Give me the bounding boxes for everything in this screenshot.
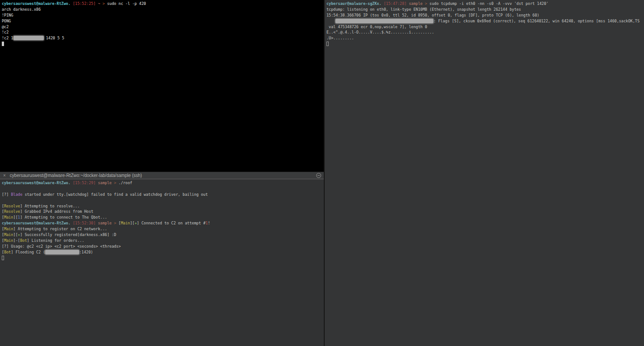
output-text: ] Flooding C2 ( bbox=[11, 250, 45, 254]
log-tag: Bot bbox=[20, 238, 27, 243]
terminal-line: [Resolve] Attempting to resolve... bbox=[2, 203, 324, 209]
prompt-arrow: > bbox=[102, 1, 107, 6]
redacted-ip bbox=[13, 36, 44, 40]
output-text: !c2 1 bbox=[2, 36, 13, 40]
prompt-timestamp: [15:52:30] bbox=[73, 221, 98, 225]
terminal-line: !PING bbox=[2, 13, 324, 18]
output-text: .U>......... bbox=[326, 36, 354, 40]
terminal-line: [Bot] Flooding C2 (:1420) bbox=[2, 249, 324, 255]
pane-title: cybersauruswest@malware-RtZwo:~/docker-l… bbox=[10, 173, 316, 178]
output-text: val 475348726 ecr 0,nop,wscale 7], lengt… bbox=[326, 25, 427, 29]
terminal-line-blank bbox=[2, 186, 324, 192]
prompt-host: cybersauruswest@malware-RtZwo. bbox=[2, 1, 73, 6]
prompt-host: cybersauruswest@malware-RtZwo. bbox=[2, 181, 73, 185]
prompt-path: sample bbox=[98, 181, 114, 185]
log-tag: Resolve bbox=[4, 209, 20, 214]
terminal-line: arch darkness.x86 bbox=[2, 7, 324, 13]
prompt-line: cybersauruswest@malware-RtZwo. [15:52:30… bbox=[2, 220, 324, 226]
prompt-timestamp: [15:52:25] bbox=[73, 1, 98, 6]
cursor-block-inactive bbox=[2, 256, 4, 260]
terminal-line: 15:54:38.366706 IP (tos 0x0, ttl 52, id … bbox=[326, 13, 644, 18]
terminal-line: [Resolve] Grabbed IPv4 address from Host bbox=[2, 209, 324, 215]
terminal-line: .U>......... bbox=[326, 35, 644, 41]
output-text: ] Grabbed IPv4 address from Host bbox=[20, 209, 93, 214]
output-text: [?] bbox=[2, 192, 11, 197]
pane-menu-icon[interactable] bbox=[316, 173, 321, 178]
output-text: !c2 bbox=[2, 30, 8, 34]
output-text: ][ bbox=[13, 232, 18, 237]
terminal-pane-nc-listener[interactable]: cybersauruswest@malware-RtZwo. [15:52:25… bbox=[0, 0, 324, 172]
command-text: ./roof bbox=[119, 181, 132, 185]
terminal-line: @c2 bbox=[2, 24, 324, 30]
output-text: 1420 5 5 bbox=[44, 36, 64, 40]
log-tag: Main bbox=[4, 232, 13, 237]
output-text: ][ bbox=[13, 215, 18, 219]
output-text: ] Attempting to connect to The Qbot... bbox=[20, 215, 107, 219]
pane-titlebar: × cybersauruswest@malware-RtZwo:~/docker… bbox=[0, 172, 324, 179]
output-text: arch darkness.x86 bbox=[2, 7, 41, 12]
command-text: sudo nc -l -p 420 bbox=[107, 1, 146, 6]
terminal-line: E..<".@.4..l-O.....V....$.%z........i...… bbox=[326, 30, 644, 35]
prompt-line: cybersaur@malware-sgZKx. [15:47:28] samp… bbox=[326, 1, 644, 7]
terminal-line: tcpdump: listening on eth0, link-type EN… bbox=[326, 7, 644, 13]
terminal-line: : Flags [S], cksum 0x69ed (correct), seq… bbox=[326, 18, 644, 24]
prompt-arrow: > bbox=[114, 181, 119, 185]
terminal-line: !c2 bbox=[2, 30, 324, 35]
prompt-arrow: > bbox=[425, 1, 429, 6]
terminal-pane-bot-sample[interactable]: cybersauruswest@malware-RtZwo. [15:52:29… bbox=[0, 179, 324, 346]
terminal-line: [Main][1] Attempting to connect to The Q… bbox=[2, 215, 324, 220]
output-text: @c2 bbox=[2, 25, 8, 29]
output-text: ]-[ bbox=[13, 238, 20, 243]
command-text: sudo tcpdump -i eth0 -nn -s0 -A -vvv 'ds… bbox=[429, 1, 548, 6]
terminal-line: !c2 1 1420 5 5 bbox=[2, 35, 324, 41]
output-text: !PING bbox=[2, 13, 13, 17]
output-text: E..<".@.4..l-O.....V....$.%z........i...… bbox=[326, 30, 434, 34]
output-text: started under tty.[watchdog] failed to f… bbox=[22, 192, 208, 197]
terminal-line bbox=[2, 41, 324, 47]
terminal-pane-tcpdump[interactable]: cybersaur@malware-sgZKx. [15:47:28] samp… bbox=[325, 0, 644, 346]
log-tag: Main bbox=[4, 215, 13, 219]
terminal-line: [Main]-[Bot] Listening for orders... bbox=[2, 238, 324, 244]
terminal-line: val 475348726 ecr 0,nop,wscale 7], lengt… bbox=[326, 24, 644, 30]
close-pane-icon[interactable]: × bbox=[3, 173, 6, 178]
log-tag: Main bbox=[121, 221, 130, 225]
terminal-line: [Main][+] Successfully registered[darkne… bbox=[2, 232, 324, 238]
prompt-timestamp: [15:52:29] bbox=[73, 181, 98, 185]
redacted-ip bbox=[45, 250, 79, 254]
terminal-line: PONG bbox=[2, 18, 324, 24]
malware-name-text: Blade bbox=[11, 192, 22, 197]
terminal-window: { "colors": { "focused_bg": "#000000", "… bbox=[0, 0, 644, 346]
output-text: ! bbox=[208, 221, 210, 225]
output-text: PONG bbox=[2, 19, 11, 23]
prompt-path: sample bbox=[409, 1, 425, 6]
prompt-line: cybersauruswest@malware-RtZwo. [15:52:25… bbox=[2, 1, 324, 7]
output-text: ] Listening for orders... bbox=[27, 238, 84, 243]
output-text bbox=[326, 19, 335, 23]
prompt-host: cybersauruswest@malware-RtZwo. bbox=[2, 221, 73, 225]
prompt-line: cybersauruswest@malware-RtZwo. [15:52:29… bbox=[2, 180, 324, 186]
output-text: ] Attempting to register on C2 network..… bbox=[13, 227, 107, 231]
prompt-host: cybersaur@malware-sgZKx. bbox=[326, 1, 384, 6]
terminal-line: [?] Usage: @c2 <c2 ip> <c2 port> <second… bbox=[2, 244, 324, 249]
output-text: :1420) bbox=[79, 250, 93, 254]
log-tag: Main bbox=[4, 227, 13, 231]
output-text: ] Connected to C2 on attempt # bbox=[137, 221, 206, 225]
cursor-block bbox=[2, 42, 4, 46]
terminal-line: [?] Blade started under tty.[watchdog] f… bbox=[2, 192, 324, 198]
cursor-block-inactive bbox=[326, 42, 329, 46]
prompt-timestamp: [15:47:28] bbox=[384, 1, 409, 6]
output-text: ][ bbox=[130, 221, 135, 225]
output-text: [?] Usage: @c2 <c2 ip> <c2 port> <second… bbox=[2, 244, 121, 249]
terminal-line bbox=[326, 41, 644, 47]
output-text: tcpdump: listening on eth0, link-type EN… bbox=[326, 7, 521, 12]
output-text: ] Attempting to resolve... bbox=[20, 204, 80, 208]
log-tag: Bot bbox=[4, 250, 11, 254]
output-text: 15:54:38.366706 IP (tos 0x0, ttl 52, id … bbox=[326, 13, 539, 17]
prompt-arrow: > bbox=[114, 221, 119, 225]
log-tag: Resolve bbox=[4, 204, 20, 208]
redacted-ip-pair bbox=[335, 19, 433, 23]
prompt-path: ~ bbox=[98, 1, 102, 6]
terminal-line bbox=[2, 255, 324, 261]
terminal-line-blank bbox=[2, 198, 324, 203]
terminal-line: [Main] Attempting to register on C2 netw… bbox=[2, 226, 324, 232]
